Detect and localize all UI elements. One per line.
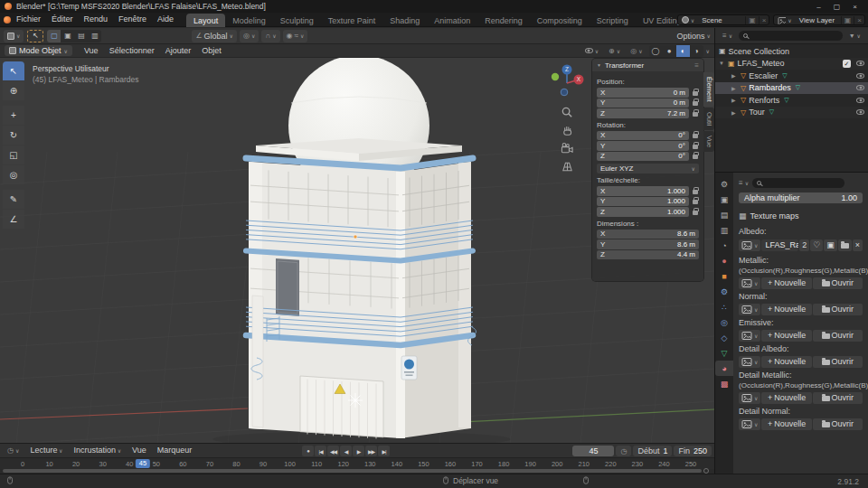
- workspace-tab-layout[interactable]: Layout: [186, 14, 225, 27]
- frame-start-field[interactable]: Début1: [633, 446, 672, 456]
- properties-tab-view-layer[interactable]: ▥: [715, 222, 733, 238]
- new-view-layer-button[interactable]: ▣: [841, 16, 854, 24]
- close-button[interactable]: ×: [846, 1, 863, 13]
- sidebar-tab-element[interactable]: Élément: [703, 72, 714, 107]
- timeline-menu-vue[interactable]: Vue: [127, 444, 152, 458]
- lock-icon[interactable]: [693, 155, 698, 159]
- properties-tab-material[interactable]: ◕: [715, 361, 733, 376]
- select-mode-2[interactable]: ▤: [74, 30, 88, 42]
- value-field[interactable]: X1.000: [597, 186, 689, 196]
- value-field[interactable]: Y0 m: [597, 99, 689, 108]
- sidebar-tab-vue[interactable]: Vue: [703, 131, 714, 152]
- image-datablock-button[interactable]: ∨: [739, 304, 760, 315]
- pan-view-icon[interactable]: [561, 124, 574, 137]
- open-image-button[interactable]: Ouvrir: [813, 330, 863, 342]
- value-field[interactable]: Y1.000: [597, 197, 689, 207]
- viewport-menu-vue[interactable]: Vue: [80, 44, 103, 58]
- timeline-menu-incrustation[interactable]: Incrustation ∨: [68, 444, 127, 458]
- visibility-eye-icon[interactable]: [856, 73, 864, 79]
- new-scene-button[interactable]: ▣: [745, 16, 759, 24]
- image-datablock-button[interactable]: ∨: [739, 356, 760, 368]
- workspace-tab-texture-paint[interactable]: Texture Paint: [321, 14, 383, 27]
- sidebar-tab-outil[interactable]: Outil: [703, 108, 714, 130]
- properties-tab-physics[interactable]: ◎: [715, 314, 733, 330]
- lock-icon[interactable]: [693, 211, 698, 215]
- outliner-search[interactable]: [739, 31, 843, 41]
- minimize-button[interactable]: –: [810, 1, 827, 13]
- open-image-button[interactable]: [838, 239, 852, 251]
- timeline-menu-lecture[interactable]: Lecture ∨: [24, 444, 68, 458]
- menu-fenetre[interactable]: Fenêtre: [113, 13, 152, 26]
- select-mode-0[interactable]: ▢: [47, 30, 61, 42]
- shading-wireframe[interactable]: ◯: [649, 45, 663, 57]
- workspace-tab-rendering[interactable]: Rendering: [477, 14, 530, 27]
- workspace-tab-compositing[interactable]: Compositing: [530, 14, 590, 27]
- properties-tab-scene[interactable]: ◔: [715, 238, 733, 253]
- transform-panel-header[interactable]: ▼ Transformer ≡: [592, 59, 703, 71]
- menu-editer[interactable]: Éditer: [46, 13, 79, 26]
- visibility-dropdown[interactable]: ∨: [581, 44, 602, 57]
- blender-menu-icon[interactable]: [4, 16, 11, 23]
- play-button[interactable]: ▶: [353, 446, 364, 456]
- menu-fichier[interactable]: Fichier: [11, 13, 46, 26]
- value-field[interactable]: X0°: [597, 131, 689, 141]
- timeline-scrollbar[interactable]: [3, 469, 702, 473]
- jump-start-button[interactable]: |◀: [315, 446, 326, 456]
- current-frame-field[interactable]: 45: [572, 446, 614, 456]
- workspace-tab-animation[interactable]: Animation: [427, 14, 477, 27]
- image-datablock-button[interactable]: ∨: [739, 392, 760, 404]
- value-field[interactable]: Z4.4 m: [597, 250, 699, 260]
- viewport-menu-ajouter[interactable]: Ajouter: [161, 44, 196, 58]
- properties-tab-particles[interactable]: ∴: [715, 299, 733, 314]
- lock-icon[interactable]: [693, 200, 698, 204]
- outliner-item-rambardes[interactable]: ▶▽Rambardes▽: [715, 82, 868, 95]
- gizmo-y-axis[interactable]: [552, 73, 559, 80]
- play-reverse-button[interactable]: ◀: [340, 446, 352, 456]
- visibility-eye-icon[interactable]: [856, 98, 864, 103]
- new-image-button[interactable]: +Nouvelle: [761, 330, 811, 342]
- overlays-dropdown[interactable]: ◎∨: [627, 44, 646, 57]
- users-count-button[interactable]: 2: [799, 239, 809, 251]
- scene-selector[interactable]: ∨ Scene ▣ ×: [677, 14, 770, 25]
- gizmos-dropdown[interactable]: ⊕∨: [605, 44, 624, 57]
- workspace-tab-shading[interactable]: Shading: [382, 14, 427, 27]
- select-mode-3[interactable]: ▥: [88, 30, 101, 42]
- panel-grip-icon[interactable]: ≡: [694, 61, 699, 70]
- preview-range-button[interactable]: ◷: [616, 446, 631, 456]
- jump-end-button[interactable]: ▶|: [378, 446, 390, 456]
- properties-tab-texture[interactable]: ▩: [715, 376, 733, 391]
- image-datablock-button[interactable]: ∨: [739, 418, 760, 430]
- outliner-scene-collection[interactable]: ▣ Scene Collection: [715, 45, 868, 58]
- select-mode-1[interactable]: ▣: [61, 30, 74, 42]
- workspace-tab-sculpting[interactable]: Sculpting: [273, 14, 321, 27]
- camera-view-icon[interactable]: [561, 142, 574, 155]
- outliner-item-renforts[interactable]: ▶▽Renforts▽: [715, 94, 868, 107]
- properties-tab-render[interactable]: ▣: [715, 192, 733, 207]
- value-field[interactable]: Z7.2 m: [597, 108, 689, 118]
- expand-icon[interactable]: ▶: [731, 109, 738, 116]
- rotation-mode-dropdown[interactable]: Euler XYZ∨: [597, 164, 699, 174]
- lock-icon[interactable]: [693, 134, 698, 138]
- new-image-button[interactable]: +Nouvelle: [761, 277, 811, 289]
- timeline-menu-marqueur[interactable]: Marqueur: [152, 444, 198, 458]
- properties-tab-object[interactable]: ■: [715, 268, 733, 284]
- fake-user-button[interactable]: ♡: [810, 239, 823, 251]
- image-datablock-button[interactable]: ∨: [739, 330, 760, 342]
- scale-tool[interactable]: ◱: [3, 145, 24, 164]
- navigation-gizmo[interactable]: Z X: [547, 61, 587, 101]
- lock-icon[interactable]: [693, 112, 698, 117]
- options-dropdown[interactable]: Options∨: [677, 32, 711, 41]
- pivot-point-dropdown[interactable]: ◎∨: [240, 30, 259, 42]
- viewport-menu-objet[interactable]: Objet: [197, 44, 226, 58]
- transform-orientation-dropdown[interactable]: ∠ Global ∨: [192, 30, 237, 42]
- visibility-eye-icon[interactable]: [856, 109, 864, 115]
- visibility-eye-icon[interactable]: [856, 85, 864, 90]
- lock-icon[interactable]: [693, 91, 698, 96]
- properties-search[interactable]: [752, 178, 844, 188]
- unlink-button[interactable]: ×: [853, 239, 863, 251]
- gizmo-minus-z-axis[interactable]: [561, 89, 568, 96]
- viewport-menu-selectionner[interactable]: Sélectionner: [105, 44, 159, 58]
- view-layer-selector[interactable]: ∨ View Layer ▣ ×: [773, 14, 865, 25]
- rotate-tool[interactable]: ↻: [3, 126, 24, 145]
- expand-icon[interactable]: ▶: [731, 72, 738, 79]
